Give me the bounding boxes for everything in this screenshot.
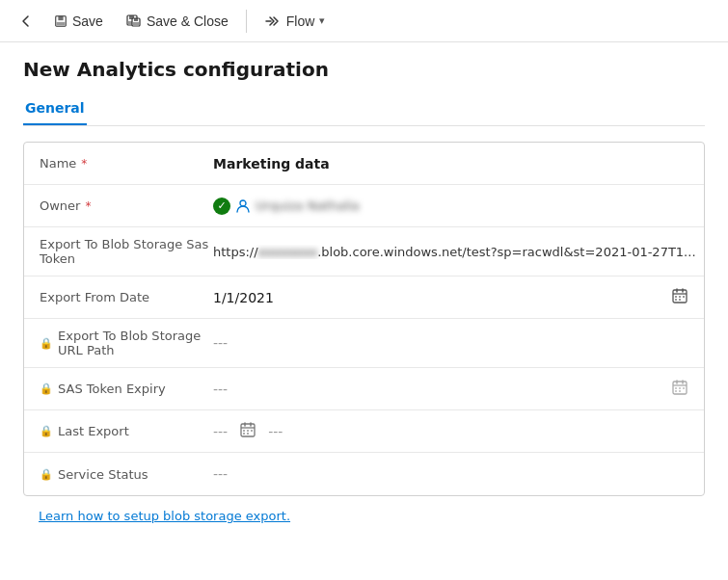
field-owner-row: Owner * ✓ Urquiza Nathalia	[24, 185, 704, 227]
svg-rect-14	[675, 296, 677, 298]
svg-rect-17	[675, 299, 677, 301]
svg-rect-34	[251, 430, 253, 432]
svg-rect-18	[679, 299, 681, 301]
field-name-row: Name * Marketing data	[24, 143, 704, 185]
field-url-path-label: 🔒 Export To Blob Storage URL Path	[40, 329, 213, 357]
svg-rect-36	[247, 433, 249, 435]
field-service-status-row: 🔒 Service Status ---	[24, 453, 704, 495]
field-sas-expiry-row: 🔒 SAS Token Expiry ---	[24, 368, 704, 410]
last-export-lock-icon: 🔒	[40, 425, 53, 437]
last-export-right: ---	[268, 424, 283, 439]
field-last-export-value: --- ---	[213, 421, 688, 441]
field-sas-token-label: Export To Blob Storage Sas Token	[40, 237, 213, 266]
save-close-button[interactable]: Save & Close	[117, 10, 238, 33]
field-sas-token-row: Export To Blob Storage Sas Token https:/…	[24, 227, 704, 277]
name-required-star: *	[81, 157, 87, 171]
field-owner-label: Owner *	[40, 198, 213, 213]
svg-rect-16	[683, 296, 685, 298]
save-close-label: Save & Close	[147, 13, 229, 29]
save-label: Save	[72, 13, 103, 29]
svg-point-9	[240, 200, 246, 206]
svg-rect-23	[675, 387, 677, 389]
field-sas-expiry-label: 🔒 SAS Token Expiry	[40, 382, 213, 396]
help-link-section: Learn how to setup blob storage export.	[23, 496, 705, 527]
field-last-export-row: 🔒 Last Export ---	[24, 410, 704, 453]
svg-rect-35	[243, 433, 245, 435]
flow-button[interactable]: Flow ▾	[255, 10, 336, 33]
help-link[interactable]: Learn how to setup blob storage export.	[39, 509, 290, 523]
field-export-date-row: Export From Date 1/1/2021	[24, 277, 704, 319]
svg-rect-27	[679, 390, 681, 392]
page-title: New Analytics configuration	[23, 58, 705, 81]
owner-icons: ✓ Urquiza Nathalia	[213, 198, 360, 215]
svg-rect-26	[675, 390, 677, 392]
svg-rect-8	[133, 22, 139, 25]
last-export-left: ---	[213, 424, 228, 439]
field-service-status-label: 🔒 Service Status	[40, 467, 213, 482]
page-content: New Analytics configuration General Name…	[0, 42, 728, 542]
field-url-path-row: 🔒 Export To Blob Storage URL Path ---	[24, 319, 704, 368]
url-path-lock-icon: 🔒	[40, 337, 53, 350]
svg-rect-15	[679, 296, 681, 298]
service-status-lock-icon: 🔒	[40, 468, 53, 481]
export-date-calendar-icon[interactable]	[671, 287, 688, 308]
save-icon	[54, 14, 67, 28]
sas-expiry-lock-icon: 🔒	[40, 382, 53, 395]
field-url-path-value: ---	[213, 335, 688, 351]
toolbar-separator	[246, 10, 247, 33]
owner-required-star: *	[85, 199, 91, 213]
flow-icon	[264, 13, 282, 29]
sas-token-url: https://xxxxxxxx.blob.core.windows.net/t…	[213, 245, 696, 259]
svg-rect-7	[134, 18, 138, 21]
svg-rect-24	[679, 387, 681, 389]
sas-expiry-calendar-icon[interactable]	[671, 379, 688, 400]
owner-name: Urquiza Nathalia	[256, 198, 360, 213]
field-owner-value: ✓ Urquiza Nathalia	[213, 198, 688, 215]
field-export-date-label: Export From Date	[40, 290, 213, 304]
back-icon	[18, 13, 34, 29]
flow-dropdown-icon: ▾	[319, 14, 325, 27]
flow-label: Flow	[286, 13, 315, 29]
form-card: Name * Marketing data Owner * ✓	[23, 142, 705, 496]
field-last-export-label: 🔒 Last Export	[40, 424, 213, 438]
field-service-status-value: ---	[213, 466, 688, 482]
field-export-date-value: 1/1/2021	[213, 287, 688, 308]
save-button[interactable]: Save	[44, 10, 113, 33]
svg-rect-2	[57, 21, 66, 25]
field-name-label: Name *	[40, 156, 213, 171]
owner-person-icon	[234, 198, 252, 215]
save-close-icon	[126, 13, 142, 29]
tab-general[interactable]: General	[23, 92, 87, 125]
svg-rect-1	[58, 15, 63, 19]
field-name-value: Marketing data	[213, 156, 688, 171]
svg-rect-32	[243, 430, 245, 432]
toolbar: Save Save & Close Flow ▾	[0, 0, 728, 42]
svg-rect-33	[247, 430, 249, 432]
field-sas-expiry-value: ---	[213, 379, 688, 400]
svg-rect-25	[683, 387, 685, 389]
last-export-calendar-icon[interactable]	[239, 421, 256, 441]
back-button[interactable]	[12, 7, 40, 36]
field-sas-token-value[interactable]: https://xxxxxxxx.blob.core.windows.net/t…	[213, 245, 696, 259]
owner-check-icon: ✓	[213, 198, 230, 215]
tabs-container: General	[23, 92, 705, 126]
